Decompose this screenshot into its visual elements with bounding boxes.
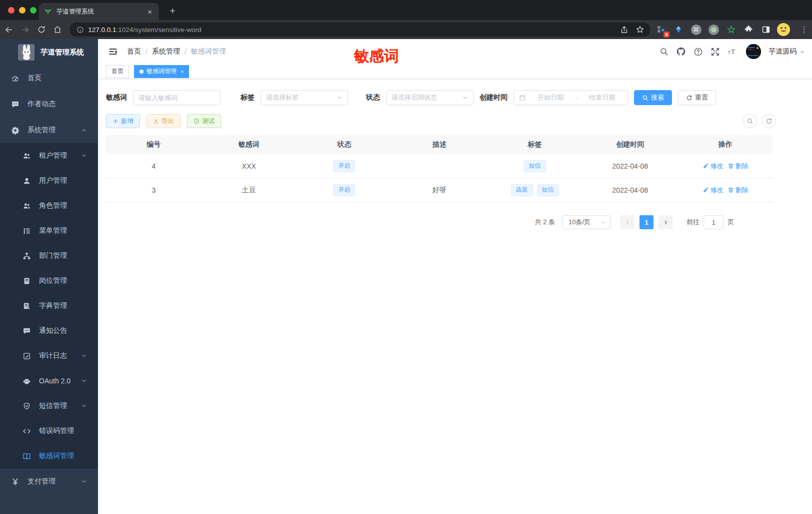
chevron-down-icon (81, 353, 87, 359)
reset-button-label: 重置 (695, 93, 708, 102)
sidebar-item-dict[interactable]: 字典管理 (0, 293, 98, 318)
breadcrumb: 首页 / 系统管理 / 敏感词管理 (127, 47, 226, 56)
share-icon[interactable] (620, 26, 628, 34)
tag-select-placeholder: 请选择标签 (266, 93, 298, 102)
reload-icon[interactable] (34, 22, 49, 37)
tag-select[interactable]: 请选择标签 (260, 90, 348, 105)
plus-icon (112, 118, 118, 124)
refresh-icon (766, 118, 772, 125)
sidebar-item-pay[interactable]: 支付管理 (0, 468, 98, 494)
extension-command-icon[interactable] (690, 24, 702, 35)
delete-link[interactable]: 删除 (728, 186, 748, 195)
extension-kite-icon[interactable] (673, 24, 684, 35)
date-range-picker[interactable]: 开始日期 - 结束日期 (514, 90, 628, 105)
search-button[interactable]: 搜索 (634, 90, 672, 105)
back-icon[interactable] (2, 22, 16, 37)
tag-close-icon[interactable]: × (180, 69, 184, 75)
sidebar-item-error-code[interactable]: 错误码管理 (0, 418, 98, 443)
browser-tab[interactable]: 芋道管理系统 × (39, 3, 159, 20)
sidebar-item-tenant[interactable]: 租户管理 (0, 143, 98, 168)
next-page-button[interactable] (658, 215, 672, 229)
breadcrumb-home[interactable]: 首页 (127, 47, 141, 56)
font-size-icon[interactable]: TT (728, 47, 738, 57)
test-button[interactable]: 测试 (187, 114, 221, 128)
col-header-id: 编号 (106, 135, 202, 154)
tag-badge: 短信 (524, 160, 546, 172)
sidebar-item-post[interactable]: 岗位管理 (0, 268, 98, 293)
word-input[interactable] (138, 94, 215, 102)
sidebar-item-oauth[interactable]: OAuth 2.0 (0, 368, 98, 393)
breadcrumb-system[interactable]: 系统管理 (152, 47, 180, 56)
page-number-current[interactable]: 1 (640, 215, 654, 229)
status-badge: 开启 (333, 160, 355, 172)
new-tab-button[interactable]: + (166, 5, 179, 17)
home-icon[interactable] (50, 22, 66, 37)
sidebar-item-sensitive-word[interactable]: 敏感词管理 (0, 443, 98, 468)
show-search-toggle-button[interactable] (743, 114, 757, 128)
sidebar-item-dept[interactable]: 部门管理 (0, 243, 98, 268)
fullscreen-icon[interactable] (710, 47, 720, 57)
reset-button[interactable]: 重置 (678, 90, 716, 105)
menu-fold-icon[interactable] (108, 47, 118, 57)
close-window-button[interactable] (8, 7, 14, 14)
sidebar-item-sms[interactable]: 短信管理 (0, 393, 98, 418)
sidebar-item-audit-log[interactable]: 审计日志 (0, 343, 98, 368)
chevron-left-icon (625, 220, 630, 225)
sidebar-item-system[interactable]: 系统管理 (0, 117, 98, 143)
side-panel-icon[interactable] (760, 24, 772, 35)
tag-home[interactable]: 首页 (106, 65, 129, 78)
user-menu[interactable]: 芋道源码 (768, 47, 805, 56)
status-select[interactable]: 请选择启用状态 (386, 90, 474, 105)
sidebar-item-notice[interactable]: 通知公告 (0, 318, 98, 343)
sidebar-item-label: 角色管理 (39, 201, 67, 210)
extension-grid-icon[interactable]: 9 (656, 24, 666, 35)
tag-sensitive-word[interactable]: 敏感词管理 × (134, 65, 189, 78)
goto-page-input[interactable] (704, 215, 724, 229)
col-header-created: 创建时间 (582, 135, 678, 154)
tab-close-icon[interactable]: × (146, 8, 154, 16)
edit-link-label: 修改 (710, 186, 724, 195)
refresh-table-button[interactable] (762, 114, 776, 128)
sidebar-item-role[interactable]: 角色管理 (0, 193, 98, 218)
end-date-placeholder: 结束日期 (582, 93, 623, 102)
system-submenu: 租户管理 用户管理 角色管理 菜单管理 部门管理 岗位管理 (0, 143, 98, 468)
header-search-icon[interactable] (660, 47, 668, 56)
extension-badge: 9 (664, 32, 670, 38)
page-size-select[interactable]: 10条/页 (562, 215, 610, 229)
extensions-puzzle-icon[interactable] (743, 24, 754, 35)
delete-link[interactable]: 删除 (728, 162, 748, 171)
profile-avatar-icon[interactable] (778, 24, 789, 35)
prev-page-button[interactable] (620, 215, 634, 229)
edit-link[interactable]: 修改 (702, 186, 724, 195)
github-icon[interactable] (676, 47, 686, 57)
bookmark-star-icon[interactable] (636, 25, 644, 34)
sidebar-item-home[interactable]: 首页 (0, 65, 98, 91)
site-info-icon[interactable] (76, 26, 84, 34)
minimize-window-button[interactable] (19, 7, 26, 14)
app-logo-row[interactable]: 芋道管理系统 (0, 39, 98, 65)
col-header-desc: 描述 (392, 135, 488, 154)
sidebar-item-menu[interactable]: 菜单管理 (0, 218, 98, 243)
url-bar[interactable]: 127.0.0.1:1024/system/sensitive-word (70, 23, 650, 37)
chevron-right-icon (663, 220, 668, 225)
extension-record-icon[interactable] (708, 24, 719, 35)
sidebar-item-user[interactable]: 用户管理 (0, 168, 98, 193)
goto-unit-label: 页 (728, 218, 734, 227)
traffic-lights[interactable] (8, 7, 36, 14)
export-button-label: 导出 (162, 117, 174, 126)
cell-created: 2022-04-08 (582, 178, 678, 202)
help-icon[interactable] (694, 47, 703, 57)
export-button[interactable]: 导出 (146, 114, 180, 128)
edit-link-label: 修改 (710, 162, 724, 171)
extension-green-star-icon[interactable] (726, 24, 736, 35)
zoom-window-button[interactable] (30, 7, 36, 14)
favicon-plant-icon (44, 8, 52, 16)
edit-link[interactable]: 修改 (702, 162, 724, 171)
sidebar-item-label: OAuth 2.0 (39, 377, 70, 385)
sidebar-item-author-news[interactable]: 作者动态 (0, 91, 98, 117)
add-button[interactable]: 新增 (106, 114, 140, 128)
forward-icon[interactable] (18, 22, 33, 37)
user-avatar[interactable] (746, 44, 761, 59)
shield-icon (22, 402, 31, 410)
browser-menu-icon[interactable]: ⋮ (800, 25, 808, 34)
